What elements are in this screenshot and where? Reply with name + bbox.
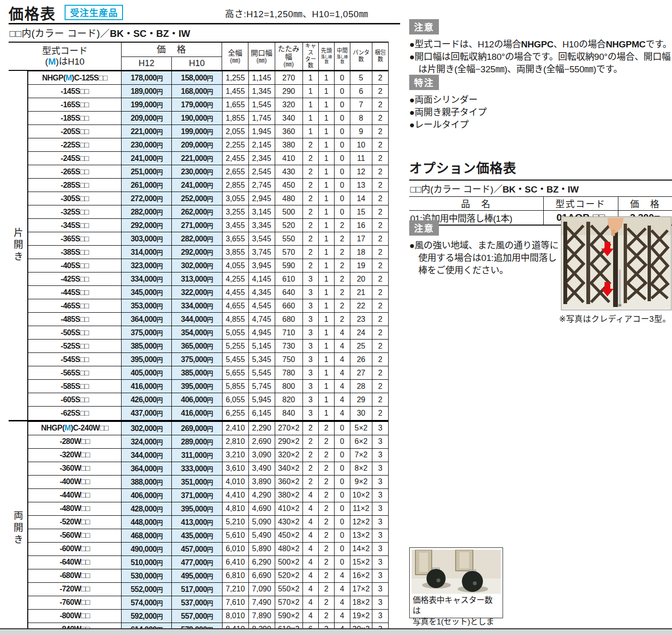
folded-width-cell: 270: [275, 71, 302, 85]
special-order-item: ●レールタイプ: [409, 119, 672, 131]
opening-width-cell: 5,745: [248, 380, 275, 393]
folded-width-cell: 610: [275, 272, 302, 286]
model-code-cell: -525S□□: [28, 340, 122, 353]
front-droprod-cell: 1: [318, 98, 334, 112]
model-code-cell: -485S□□: [28, 313, 122, 326]
category-cell: 片開き: [9, 71, 28, 420]
option-col-code: 型式コード: [543, 197, 618, 210]
total-width-cell: 4,055: [222, 259, 248, 272]
package-count-cell: 3: [372, 596, 388, 609]
opening-width-cell: 7,490: [248, 596, 275, 609]
middle-droprod-cell: 0: [334, 529, 350, 542]
opening-width-cell: 2,690: [248, 435, 275, 448]
price-sheet-main: 価格表 受注生産品 高さ:H12=1,250㎜、H10=1,050㎜ □□内(カ…: [9, 2, 400, 635]
option-price-block: オプション価格表 □□内(カラー コード)／BK・SC・BZ・IW 品 名 型式…: [409, 158, 672, 226]
price-h12-cell: 395,000円: [122, 353, 172, 366]
caster-count-cell: 1: [302, 98, 318, 112]
package-count-cell: 2: [372, 205, 388, 219]
opening-width-cell: 5,145: [248, 340, 275, 353]
caster-count-cell: 2: [302, 192, 318, 205]
front-droprod-cell: 2: [318, 462, 334, 475]
double-opening-rows: NHGP(M)C-240W□□ 302,000円 269,000円 2,410 …: [28, 421, 389, 635]
price-h12-cell: 552,000円: [122, 582, 172, 596]
pantograph-count-cell: 9×2: [350, 475, 372, 488]
opening-width-cell: 6,145: [248, 407, 275, 420]
pantograph-count-cell: 5: [350, 71, 372, 85]
pantograph-count-cell: 28: [350, 380, 372, 393]
price-table: 型式コード (M)はH10 価 格 全幅(㎜) 開口幅(㎜) たたみ幅(㎜) キ…: [9, 42, 389, 635]
middle-droprod-cell: 0: [334, 448, 350, 462]
model-code-cell: -625S□□: [28, 407, 122, 420]
front-droprod-cell: 1: [318, 286, 334, 299]
price-h10-cell: 416,000円: [172, 407, 222, 420]
opening-width-cell: 2,945: [248, 192, 275, 205]
price-h10-cell: 271,000円: [172, 219, 222, 232]
pantograph-count-cell: 30: [350, 407, 372, 420]
opening-width-cell: 5,545: [248, 366, 275, 380]
table-row: -640W□□ 510,000円 477,000円 6,410 6,290 50…: [28, 556, 389, 569]
table-row: -280W□□ 324,000円 289,000円 2,810 2,690 29…: [28, 435, 389, 448]
package-count-cell: 2: [372, 299, 388, 313]
price-h12-cell: 574,000円: [122, 596, 172, 609]
made-to-order-badge: 受注生産品: [65, 5, 123, 20]
caster-count-cell: 2: [302, 165, 318, 179]
caster-count-cell: 2: [302, 152, 318, 165]
caster-count-cell: 2: [302, 246, 318, 259]
front-droprod-cell: 1: [318, 246, 334, 259]
price-h12-cell: 592,000円: [122, 609, 172, 623]
caster-count-cell: 4: [302, 542, 318, 556]
price-h10-cell: 334,000円: [172, 299, 222, 313]
table-row: -505S□□ 375,000円 354,000円 5,055 4,945 71…: [28, 326, 389, 340]
front-droprod-cell: 1: [318, 152, 334, 165]
package-count-cell: 3: [372, 421, 388, 435]
notice-block: 注意 ●型式コードは、H12の場合NHGPC、H10の場合NHGPMCです。 ●…: [409, 19, 672, 76]
table-row: -605S□□ 426,000円 406,000円 6,055 5,945 82…: [28, 393, 389, 407]
front-droprod-cell: 2: [318, 488, 334, 502]
price-h10-cell: 190,000円: [172, 112, 222, 125]
option-col-price: 価 格: [618, 197, 672, 210]
table-row: -285S□□ 261,000円 241,000円 2,855 2,745 45…: [28, 179, 389, 192]
package-count-cell: 3: [372, 435, 388, 448]
model-code-cell: -480W□□: [28, 502, 122, 515]
front-droprod-cell: 2: [318, 596, 334, 609]
middle-droprod-cell: 0: [334, 205, 350, 219]
table-row: -360W□□ 364,000円 333,000円 3,610 3,490 34…: [28, 462, 389, 475]
price-h12-cell: 530,000円: [122, 569, 172, 582]
total-width-cell: 5,655: [222, 366, 248, 380]
middle-droprod-cell: 2: [334, 299, 350, 313]
pantograph-count-cell: 12×2: [350, 515, 372, 529]
model-code-cell: -605S□□: [28, 393, 122, 407]
folded-width-cell: 840: [275, 407, 302, 420]
table-row: -145S□□ 189,000円 168,000円 1,455 1,345 29…: [28, 85, 389, 98]
package-count-cell: 2: [372, 407, 388, 420]
package-count-cell: 2: [372, 125, 388, 138]
price-h12-cell: 510,000円: [122, 556, 172, 569]
pantograph-count-cell: 17: [350, 232, 372, 246]
middle-droprod-cell: 0: [334, 462, 350, 475]
price-h12-cell: 416,000円: [122, 380, 172, 393]
package-count-cell: 2: [372, 366, 388, 380]
model-code-cell: -560W□□: [28, 529, 122, 542]
middle-droprod-cell: 0: [334, 515, 350, 529]
opening-width-cell: 4,345: [248, 286, 275, 299]
total-width-cell: 3,610: [222, 462, 248, 475]
middle-droprod-cell: 4: [334, 353, 350, 366]
price-h10-cell: 406,000円: [172, 393, 222, 407]
pantograph-count-cell: 17×2: [350, 582, 372, 596]
price-h10-cell: 557,000円: [172, 609, 222, 623]
price-h12-cell: 345,000円: [122, 286, 172, 299]
caster-count-cell: 4: [302, 502, 318, 515]
package-count-cell: 3: [372, 569, 388, 582]
middle-droprod-cell: 2: [334, 313, 350, 326]
total-width-cell: 3,255: [222, 205, 248, 219]
folded-width-cell: 340×2: [275, 462, 302, 475]
table-row: -385S□□ 314,000円 292,000円 3,855 3,745 57…: [28, 246, 389, 259]
caster-count-cell: 3: [302, 393, 318, 407]
caster-count-cell: 4: [302, 556, 318, 569]
middle-droprod-cell: 0: [334, 542, 350, 556]
pantograph-count-cell: 24: [350, 326, 372, 340]
pantograph-count-cell: 15×2: [350, 556, 372, 569]
pantograph-count-cell: 6×2: [350, 435, 372, 448]
package-count-cell: 3: [372, 475, 388, 488]
folded-width-cell: 290: [275, 85, 302, 98]
